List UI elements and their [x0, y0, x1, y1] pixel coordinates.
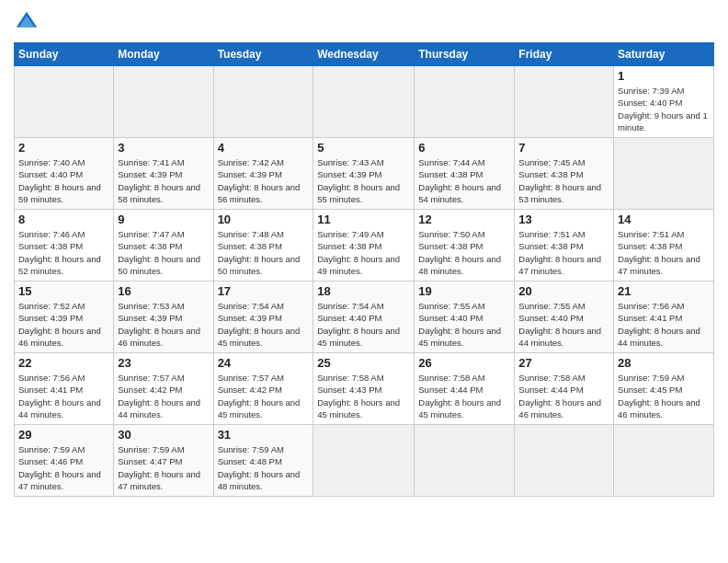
day-number: 16 [118, 284, 209, 298]
calendar-week: 1Sunrise: 7:39 AMSunset: 4:40 PMDaylight… [15, 66, 714, 138]
day-detail: Sunrise: 7:58 AMSunset: 4:44 PMDaylight:… [518, 372, 609, 420]
calendar-cell: 13Sunrise: 7:51 AMSunset: 4:38 PMDayligh… [515, 210, 614, 282]
calendar-cell: 15Sunrise: 7:52 AMSunset: 4:39 PMDayligh… [15, 282, 114, 353]
calendar-cell: 4Sunrise: 7:42 AMSunset: 4:39 PMDaylight… [213, 138, 313, 210]
day-number: 17 [218, 284, 310, 298]
calendar-cell: 29Sunrise: 7:59 AMSunset: 4:46 PMDayligh… [15, 425, 114, 497]
calendar-cell: 30Sunrise: 7:59 AMSunset: 4:47 PMDayligh… [114, 425, 213, 497]
day-detail: Sunrise: 7:56 AMSunset: 4:41 PMDaylight:… [618, 300, 710, 349]
header-row: SundayMondayTuesdayWednesdayThursdayFrid… [15, 43, 714, 66]
day-number: 30 [118, 428, 209, 442]
day-number: 13 [518, 213, 609, 226]
day-number: 31 [218, 428, 310, 442]
day-number: 14 [618, 213, 710, 226]
day-number: 12 [418, 213, 510, 226]
calendar-cell [515, 66, 614, 138]
calendar-cell: 19Sunrise: 7:55 AMSunset: 4:40 PMDayligh… [415, 282, 515, 353]
calendar-cell: 24Sunrise: 7:57 AMSunset: 4:42 PMDayligh… [213, 353, 313, 425]
day-detail: Sunrise: 7:55 AMSunset: 4:40 PMDaylight:… [418, 300, 510, 349]
calendar-cell: 27Sunrise: 7:58 AMSunset: 4:44 PMDayligh… [515, 353, 614, 425]
calendar-cell: 1Sunrise: 7:39 AMSunset: 4:40 PMDaylight… [614, 66, 714, 138]
calendar-cell: 20Sunrise: 7:55 AMSunset: 4:40 PMDayligh… [515, 282, 614, 353]
calendar-week: 29Sunrise: 7:59 AMSunset: 4:46 PMDayligh… [15, 425, 714, 497]
day-header: Friday [515, 43, 614, 66]
header [14, 9, 714, 35]
day-header: Saturday [614, 43, 714, 66]
day-number: 10 [218, 213, 310, 226]
calendar-week: 8Sunrise: 7:46 AMSunset: 4:38 PMDaylight… [15, 210, 714, 282]
day-number: 5 [317, 141, 410, 155]
day-detail: Sunrise: 7:53 AMSunset: 4:39 PMDaylight:… [118, 300, 209, 349]
day-detail: Sunrise: 7:54 AMSunset: 4:39 PMDaylight:… [218, 300, 310, 349]
day-detail: Sunrise: 7:52 AMSunset: 4:39 PMDaylight:… [18, 300, 109, 349]
day-header: Tuesday [213, 43, 313, 66]
day-detail: Sunrise: 7:54 AMSunset: 4:40 PMDaylight:… [317, 300, 410, 349]
day-detail: Sunrise: 7:50 AMSunset: 4:38 PMDaylight:… [418, 228, 510, 277]
calendar-week: 2Sunrise: 7:40 AMSunset: 4:40 PMDaylight… [15, 138, 714, 210]
calendar-cell: 14Sunrise: 7:51 AMSunset: 4:38 PMDayligh… [614, 210, 714, 282]
day-detail: Sunrise: 7:39 AMSunset: 4:40 PMDaylight:… [618, 85, 710, 133]
calendar-cell [114, 66, 213, 138]
day-detail: Sunrise: 7:46 AMSunset: 4:38 PMDaylight:… [18, 228, 109, 277]
logo-icon [14, 9, 40, 35]
day-detail: Sunrise: 7:44 AMSunset: 4:38 PMDaylight:… [418, 156, 510, 205]
calendar-cell: 25Sunrise: 7:58 AMSunset: 4:43 PMDayligh… [313, 353, 415, 425]
day-number: 29 [18, 428, 109, 442]
calendar-cell [614, 138, 714, 210]
calendar-cell: 9Sunrise: 7:47 AMSunset: 4:38 PMDaylight… [114, 210, 213, 282]
calendar-cell: 21Sunrise: 7:56 AMSunset: 4:41 PMDayligh… [614, 282, 714, 353]
calendar-cell: 8Sunrise: 7:46 AMSunset: 4:38 PMDaylight… [15, 210, 114, 282]
calendar-cell [515, 425, 614, 497]
calendar-cell: 3Sunrise: 7:41 AMSunset: 4:39 PMDaylight… [114, 138, 213, 210]
day-number: 18 [317, 284, 410, 298]
calendar-cell: 6Sunrise: 7:44 AMSunset: 4:38 PMDaylight… [415, 138, 515, 210]
calendar-cell: 22Sunrise: 7:56 AMSunset: 4:41 PMDayligh… [15, 353, 114, 425]
day-detail: Sunrise: 7:59 AMSunset: 4:46 PMDaylight:… [18, 443, 109, 492]
calendar-cell: 10Sunrise: 7:48 AMSunset: 4:38 PMDayligh… [213, 210, 313, 282]
day-number: 27 [518, 356, 609, 370]
day-detail: Sunrise: 7:58 AMSunset: 4:43 PMDaylight:… [317, 372, 410, 420]
day-detail: Sunrise: 7:42 AMSunset: 4:39 PMDaylight:… [218, 156, 310, 205]
calendar-week: 15Sunrise: 7:52 AMSunset: 4:39 PMDayligh… [15, 282, 714, 353]
calendar-cell: 16Sunrise: 7:53 AMSunset: 4:39 PMDayligh… [114, 282, 213, 353]
day-detail: Sunrise: 7:59 AMSunset: 4:48 PMDaylight:… [218, 443, 310, 492]
day-detail: Sunrise: 7:51 AMSunset: 4:38 PMDaylight:… [518, 228, 609, 277]
day-detail: Sunrise: 7:56 AMSunset: 4:41 PMDaylight:… [18, 372, 109, 420]
day-number: 7 [518, 141, 609, 155]
day-number: 21 [618, 284, 710, 298]
day-number: 26 [418, 356, 510, 370]
page-container: SundayMondayTuesdayWednesdayThursdayFrid… [0, 0, 728, 506]
day-header: Sunday [15, 43, 114, 66]
calendar-cell: 11Sunrise: 7:49 AMSunset: 4:38 PMDayligh… [313, 210, 415, 282]
day-detail: Sunrise: 7:49 AMSunset: 4:38 PMDaylight:… [317, 228, 410, 277]
day-detail: Sunrise: 7:43 AMSunset: 4:39 PMDaylight:… [317, 156, 410, 205]
day-number: 22 [18, 356, 109, 370]
day-detail: Sunrise: 7:59 AMSunset: 4:45 PMDaylight:… [618, 372, 710, 420]
day-number: 2 [18, 141, 109, 155]
calendar-cell [313, 66, 415, 138]
calendar-cell [614, 425, 714, 497]
calendar-cell [15, 66, 114, 138]
day-header: Thursday [415, 43, 515, 66]
calendar-cell: 2Sunrise: 7:40 AMSunset: 4:40 PMDaylight… [15, 138, 114, 210]
day-header: Monday [114, 43, 213, 66]
day-number: 23 [118, 356, 209, 370]
calendar-cell [313, 425, 415, 497]
logo [14, 9, 43, 35]
day-detail: Sunrise: 7:41 AMSunset: 4:39 PMDaylight:… [118, 156, 209, 205]
day-number: 1 [618, 69, 710, 83]
day-number: 11 [317, 213, 410, 226]
day-number: 19 [418, 284, 510, 298]
day-number: 24 [218, 356, 310, 370]
day-detail: Sunrise: 7:59 AMSunset: 4:47 PMDaylight:… [118, 443, 209, 492]
calendar-cell: 7Sunrise: 7:45 AMSunset: 4:38 PMDaylight… [515, 138, 614, 210]
day-number: 25 [317, 356, 410, 370]
calendar-cell: 28Sunrise: 7:59 AMSunset: 4:45 PMDayligh… [614, 353, 714, 425]
calendar-cell: 12Sunrise: 7:50 AMSunset: 4:38 PMDayligh… [415, 210, 515, 282]
day-number: 28 [618, 356, 710, 370]
calendar-week: 22Sunrise: 7:56 AMSunset: 4:41 PMDayligh… [15, 353, 714, 425]
day-detail: Sunrise: 7:51 AMSunset: 4:38 PMDaylight:… [618, 228, 710, 277]
calendar-cell [415, 66, 515, 138]
day-detail: Sunrise: 7:45 AMSunset: 4:38 PMDaylight:… [518, 156, 609, 205]
calendar-cell [213, 66, 313, 138]
